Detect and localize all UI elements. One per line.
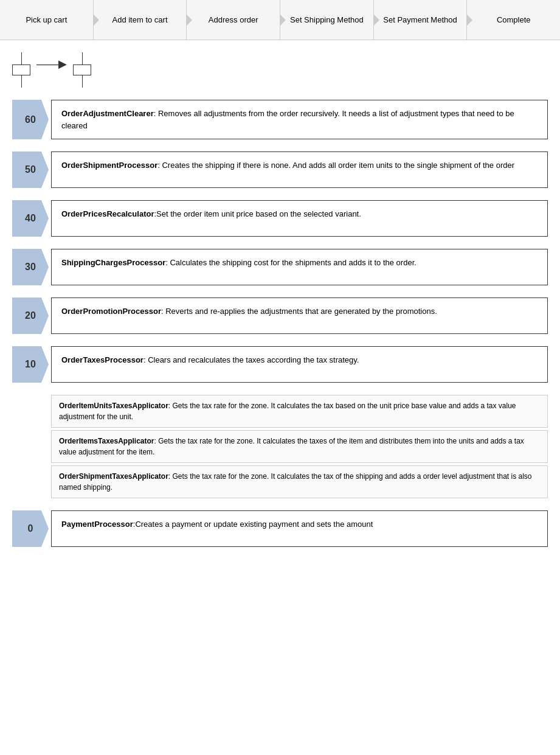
sub-item-5-2: OrderShipmentTaxesApplicator: Gets the t… <box>51 465 548 498</box>
nav-step-complete[interactable]: Complete <box>467 0 560 40</box>
processor-desc-5: Clears and recalculates the taxes accord… <box>148 355 359 364</box>
processor-desc-6: Creates a payment or update existing pay… <box>135 520 373 529</box>
sub-item-name-5-2: OrderShipmentTaxesApplicator <box>59 472 168 481</box>
sub-item-5-0: OrderItemUnitsTaxesApplicator: Gets the … <box>51 395 548 428</box>
sub-item-5-1: OrderItemsTaxesApplicator: Gets the tax … <box>51 430 548 463</box>
priority-badge-1: 50 <box>12 151 49 188</box>
processor-box-2: OrderPricesRecalculator:Set the order it… <box>51 200 548 237</box>
diagram-section: ——▶ <box>0 40 560 94</box>
nav-step-address-order[interactable]: Address order <box>187 0 280 40</box>
nav-step-set-payment-method[interactable]: Set Payment Method <box>374 0 468 40</box>
processor-name-3: ShippingChargesProcessor <box>61 258 165 267</box>
priority-badge-0: 60 <box>12 100 49 139</box>
processors-section: 60OrderAdjustmentClearer: Removes all ad… <box>0 94 560 565</box>
processor-row-0: 60OrderAdjustmentClearer: Removes all ad… <box>12 100 548 139</box>
processor-desc-3: Calculates the shipping cost for the shi… <box>170 258 416 267</box>
sub-item-name-5-0: OrderItemUnitsTaxesApplicator <box>59 402 168 410</box>
processor-name-1: OrderShipmentProcessor <box>61 161 157 170</box>
diagram-connector: ——▶ <box>30 57 73 71</box>
order-processor-node <box>73 64 91 75</box>
processor-box-6: PaymentProcessor:Creates a payment or up… <box>51 510 548 547</box>
order-modifier-node <box>12 64 30 75</box>
sub-item-sep-5-0: : <box>168 402 173 410</box>
processor-box-1: OrderShipmentProcessor: Creates the ship… <box>51 151 548 188</box>
nav-step-pick-up-cart[interactable]: Pick up cart <box>0 0 94 40</box>
processor-box-4: OrderPromotionProcessor: Reverts and re-… <box>51 297 548 334</box>
nav-step-set-shipping-method[interactable]: Set Shipping Method <box>280 0 374 40</box>
processor-sep-0: : <box>154 109 158 118</box>
priority-badge-3: 30 <box>12 249 49 285</box>
processor-row-1: 50OrderShipmentProcessor: Creates the sh… <box>12 151 548 188</box>
processor-name-4: OrderPromotionProcessor <box>61 307 161 316</box>
priority-badge-4: 20 <box>12 297 49 334</box>
processor-row-4: 20OrderPromotionProcessor: Reverts and r… <box>12 297 548 334</box>
processor-box-5: OrderTaxesProcessor: Clears and recalcul… <box>51 346 548 383</box>
priority-badge-6: 0 <box>12 510 49 547</box>
processor-name-2: OrderPricesRecalculator <box>61 209 154 218</box>
top-navigation: Pick up cartAdd item to cartAddress orde… <box>0 0 560 40</box>
processor-row-6: 0PaymentProcessor:Creates a payment or u… <box>12 510 548 547</box>
processor-name-6: PaymentProcessor <box>61 520 133 529</box>
processor-box-0: OrderAdjustmentClearer: Removes all adju… <box>51 100 548 139</box>
priority-badge-5: 10 <box>12 346 49 383</box>
processor-row-2: 40OrderPricesRecalculator:Set the order … <box>12 200 548 237</box>
processor-box-3: ShippingChargesProcessor: Calculates the… <box>51 249 548 285</box>
sub-item-name-5-1: OrderItemsTaxesApplicator <box>59 437 154 445</box>
processor-name-0: OrderAdjustmentClearer <box>61 109 154 118</box>
sub-item-sep-5-2: : <box>168 472 173 481</box>
processor-row-3: 30ShippingChargesProcessor: Calculates t… <box>12 249 548 285</box>
processor-desc-1: Creates the shipping if there is none. A… <box>162 161 514 170</box>
processor-row-5: 10OrderTaxesProcessor: Clears and recalc… <box>12 346 548 383</box>
processor-desc-2: Set the order item unit price based on t… <box>156 209 361 218</box>
processor-name-5: OrderTaxesProcessor <box>61 355 143 364</box>
priority-badge-2: 40 <box>12 200 49 237</box>
processor-desc-4: Reverts and re-applies the adjustments t… <box>165 307 437 316</box>
nav-step-add-item-to-cart[interactable]: Add item to cart <box>94 0 187 40</box>
sub-items-5: OrderItemUnitsTaxesApplicator: Gets the … <box>51 395 548 498</box>
